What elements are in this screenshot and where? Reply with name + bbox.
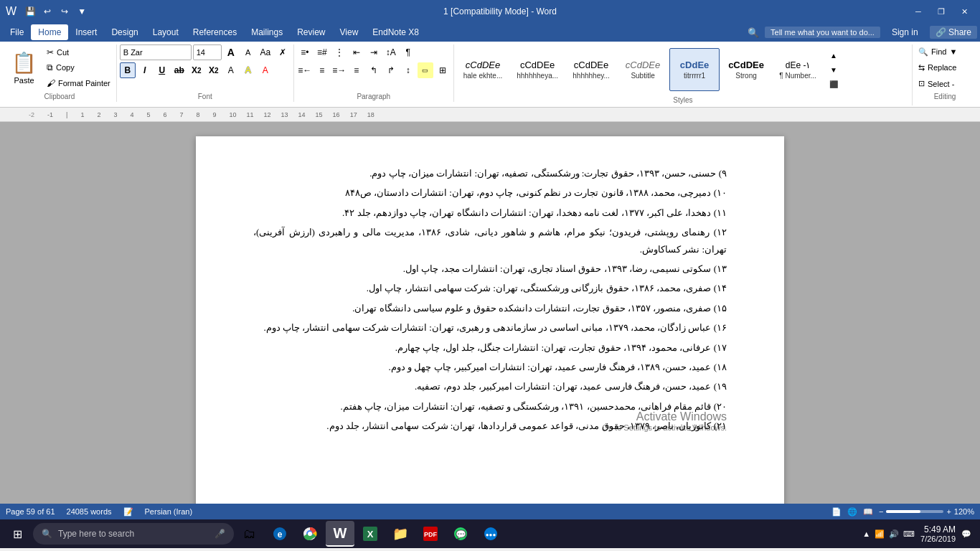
sort-btn[interactable]: ↕A — [383, 44, 399, 60]
taskbar-task-view[interactable]: 🗂 — [235, 521, 264, 547]
view-read-btn[interactable]: 📖 — [863, 507, 873, 517]
tray-up-arrow[interactable]: ▲ — [862, 529, 870, 538]
close-btn[interactable]: ✕ — [954, 4, 974, 19]
rtl-btn[interactable]: ↰ — [366, 62, 382, 78]
network-icon[interactable]: 📶 — [875, 529, 885, 539]
save-btn[interactable]: 💾 — [22, 4, 38, 19]
highlight-btn[interactable]: A — [240, 62, 256, 78]
restore-btn[interactable]: ❐ — [931, 4, 951, 19]
keyboard-icon[interactable]: ⌨ — [903, 529, 915, 539]
redo-btn[interactable]: ↪ — [57, 4, 72, 19]
proofing-icon[interactable]: 📝 — [123, 507, 133, 517]
align-left-btn[interactable]: ≡← — [297, 62, 313, 78]
menu-home[interactable]: Home — [31, 24, 68, 40]
doc-line-15: ۱۵) صفری، منصور، ۱۳۵۷، حقوق تجارت، انتشا… — [253, 300, 727, 316]
zoom-out-btn[interactable]: − — [879, 507, 883, 516]
minimize-btn[interactable]: ─ — [908, 4, 928, 19]
qa-dropdown[interactable]: ▼ — [74, 4, 90, 19]
microphone-icon[interactable]: 🎤 — [215, 529, 225, 539]
zoom-in-btn[interactable]: + — [946, 507, 951, 516]
taskbar-chrome[interactable] — [296, 521, 324, 547]
ltr-btn[interactable]: ↱ — [383, 62, 399, 78]
paste-button[interactable]: 📋 Paste — [6, 44, 42, 91]
menu-insert[interactable]: Insert — [68, 24, 104, 40]
document-area[interactable]: ۹) حسنی، حسن، ۱۳۹۳، حقوق تجارت: ورشکستگی… — [0, 122, 980, 504]
menu-review[interactable]: Review — [290, 24, 332, 40]
style-item-2[interactable]: cCdDEe hhhhhheya... — [510, 48, 565, 91]
show-hide-btn[interactable]: ¶ — [400, 44, 416, 60]
style-item-subtitle[interactable]: cCdDEe Subtitle — [618, 48, 668, 91]
taskbar-excel[interactable]: X — [356, 521, 385, 547]
style-item-1[interactable]: cCdDEe hale ekhte... — [457, 48, 509, 91]
styles-more[interactable]: ⬛ — [826, 77, 842, 91]
font-case-btn[interactable]: Aa — [258, 44, 273, 60]
copy-button[interactable]: ⧉ Copy — [44, 61, 113, 74]
menu-endnote[interactable]: EndNote X8 — [365, 24, 426, 40]
replace-button[interactable]: ⇆ Replace — [915, 62, 959, 74]
menu-references[interactable]: References — [186, 24, 244, 40]
font-name-input[interactable] — [120, 44, 192, 60]
increase-font-btn[interactable]: A — [223, 44, 239, 60]
view-web-btn[interactable]: 🌐 — [847, 507, 857, 517]
undo-btn[interactable]: ↩ — [39, 4, 55, 19]
select-button[interactable]: ⊡ Select - — [915, 77, 957, 90]
view-print-btn[interactable]: 📄 — [831, 507, 842, 517]
align-right-btn[interactable]: ≡→ — [331, 62, 347, 78]
taskbar-search[interactable]: 🔍 Type here to search 🎤 — [33, 523, 234, 545]
justify-btn[interactable]: ≡ — [349, 62, 364, 78]
multilevel-btn[interactable]: ⋮ — [331, 44, 347, 60]
menu-design[interactable]: Design — [104, 24, 145, 40]
taskbar-pdf[interactable]: PDF — [416, 521, 445, 547]
decrease-indent-btn[interactable]: ⇤ — [349, 44, 364, 60]
italic-button[interactable]: I — [137, 62, 153, 78]
style-item-3[interactable]: cCdDEe hhhhhhey... — [566, 48, 616, 91]
cut-button[interactable]: ✂ Cut — [44, 46, 113, 59]
taskbar-whatsapp[interactable]: 💬 — [446, 521, 475, 547]
taskbar-edge[interactable]: e — [265, 521, 294, 547]
font-size-input[interactable] — [193, 44, 222, 60]
style-item-strong[interactable]: cCdDEe Strong — [721, 48, 771, 91]
shading-btn[interactable]: ▭ — [418, 62, 433, 78]
start-button[interactable]: ⊞ — [3, 521, 32, 547]
find-button[interactable]: 🔍 Find ▼ — [915, 46, 960, 58]
superscript-button[interactable]: X2 — [206, 62, 222, 78]
line-spacing-btn[interactable]: ↕ — [400, 62, 416, 78]
language[interactable]: Persian (Iran) — [145, 507, 193, 516]
sign-in-btn[interactable]: Sign in — [886, 26, 924, 39]
styles-scroll-up[interactable]: ▲ — [826, 48, 842, 62]
style-item-number[interactable]: dEe -١ ¶ Number... — [773, 48, 823, 91]
decrease-font-btn[interactable]: A — [240, 44, 256, 60]
notification-icon[interactable]: 💬 — [961, 529, 971, 539]
clear-format-btn[interactable]: ✗ — [275, 44, 291, 60]
format-painter-button[interactable]: 🖌 Format Painter — [44, 77, 113, 90]
zoom-slider[interactable] — [886, 510, 943, 513]
clock[interactable]: 5:49 AM 7/26/2019 — [920, 524, 956, 543]
menu-view[interactable]: View — [333, 24, 366, 40]
menu-mailings[interactable]: Mailings — [244, 24, 290, 40]
styles-scroll-down[interactable]: ▼ — [826, 62, 842, 77]
menu-file[interactable]: File — [3, 24, 31, 40]
underline-button[interactable]: U — [154, 62, 170, 78]
share-btn[interactable]: 🔗 Share — [930, 26, 977, 39]
subscript-button[interactable]: X2 — [189, 62, 204, 78]
font-color-btn[interactable]: A — [258, 62, 273, 78]
style-item-titrrrrr1[interactable]: cDdEe titrrrrr1 — [669, 48, 720, 91]
bold-button[interactable]: B — [120, 62, 136, 78]
menu-layout[interactable]: Layout — [146, 24, 186, 40]
taskbar-word[interactable]: W — [326, 521, 354, 547]
numbering-btn[interactable]: ≡# — [314, 44, 330, 60]
taskbar-app8[interactable]: ●●● — [476, 521, 505, 547]
svg-text:PDF: PDF — [424, 531, 438, 538]
borders-btn[interactable]: ⊞ — [435, 62, 451, 78]
document-page[interactable]: ۹) حسنی، حسن، ۱۳۹۳، حقوق تجارت: ورشکستگی… — [196, 136, 784, 504]
volume-icon[interactable]: 🔊 — [889, 529, 899, 539]
strikethrough-button[interactable]: ab — [171, 62, 187, 78]
increase-indent-btn[interactable]: ⇥ — [366, 44, 382, 60]
replace-icon: ⇆ — [918, 63, 925, 72]
align-center-btn[interactable]: ≡ — [314, 62, 330, 78]
text-effects-btn[interactable]: A — [223, 62, 239, 78]
copy-icon: ⧉ — [47, 62, 53, 72]
bullets-btn[interactable]: ≡• — [297, 44, 313, 60]
taskbar-explorer[interactable]: 📁 — [386, 521, 415, 547]
find-dropdown[interactable]: ▼ — [949, 47, 957, 56]
